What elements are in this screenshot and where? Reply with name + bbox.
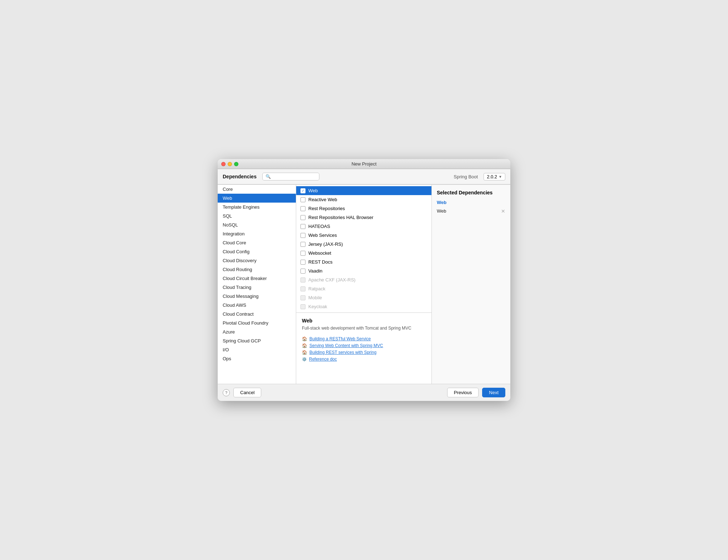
dep-item-keycloak: Keycloak <box>296 302 431 311</box>
sidebar-item-cloud-core[interactable]: Cloud Core <box>218 238 296 247</box>
chevron-down-icon: ▼ <box>499 175 502 179</box>
spring-boot-version-dropdown[interactable]: 2.0.2 ▼ <box>484 173 505 180</box>
dep-checkbox-jersey[interactable] <box>300 242 305 247</box>
left-panel: Core Web Template Engines SQL NoSQL Inte… <box>218 185 296 384</box>
search-icon: 🔍 <box>266 174 271 179</box>
dep-label-keycloak: Keycloak <box>308 304 327 309</box>
bottom-bar: ? Cancel Previous Next <box>218 384 510 401</box>
dep-item-jersey[interactable]: Jersey (JAX-RS) <box>296 240 431 249</box>
sidebar-item-core[interactable]: Core <box>218 185 296 194</box>
dep-item-web[interactable]: ✓ Web <box>296 186 431 195</box>
link-building-rest[interactable]: Building REST services with Spring <box>309 350 376 355</box>
dep-checkbox-hateoas[interactable] <box>300 224 305 229</box>
spring-boot-label: Spring Boot <box>454 174 478 179</box>
selected-dependencies-title: Selected Dependencies <box>437 190 505 195</box>
dep-checkbox-rest-repositories-hal[interactable] <box>300 215 305 220</box>
dep-label-websocket: Websocket <box>308 250 331 256</box>
sidebar-item-io[interactable]: I/O <box>218 345 296 354</box>
previous-button[interactable]: Previous <box>447 388 479 397</box>
detail-title: Web <box>302 318 426 324</box>
sidebar-item-azure[interactable]: Azure <box>218 327 296 336</box>
dep-item-websocket[interactable]: Websocket <box>296 249 431 258</box>
dep-item-reactive-web[interactable]: Reactive Web <box>296 195 431 204</box>
top-bar: Dependencies 🔍 Spring Boot 2.0.2 ▼ <box>218 169 510 184</box>
dependency-checkbox-list: ✓ Web Reactive Web Rest Repositories Res… <box>296 185 431 312</box>
dep-checkbox-rest-docs[interactable] <box>300 260 305 265</box>
sidebar-item-spring-cloud-gcp[interactable]: Spring Cloud GCP <box>218 336 296 345</box>
sidebar-item-cloud-routing[interactable]: Cloud Routing <box>218 265 296 274</box>
traffic-lights <box>221 162 238 166</box>
search-input[interactable] <box>272 174 316 179</box>
guide-icon-building-restful: 🏠 <box>302 336 307 341</box>
main-area: Core Web Template Engines SQL NoSQL Inte… <box>218 184 510 384</box>
titlebar: New Project <box>218 159 510 169</box>
dep-item-web-services[interactable]: Web Services <box>296 231 431 240</box>
help-label: ? <box>225 391 227 395</box>
dep-checkbox-mobile <box>300 295 305 300</box>
dep-label-apache-cxf: Apache CXF (JAX-RS) <box>308 277 355 282</box>
dep-item-hateoas[interactable]: HATEOAS <box>296 222 431 231</box>
dep-checkbox-web[interactable]: ✓ <box>300 188 305 193</box>
dep-checkbox-apache-cxf <box>300 278 305 282</box>
dep-checkbox-vaadin[interactable] <box>300 269 305 274</box>
detail-panel: Web Full-stack web development with Tomc… <box>296 312 431 384</box>
search-box[interactable]: 🔍 <box>262 173 319 180</box>
dependencies-label: Dependencies <box>223 174 257 179</box>
dep-checkbox-keycloak <box>300 304 305 309</box>
dep-checkbox-ratpack <box>300 286 305 291</box>
sidebar-item-template-engines[interactable]: Template Engines <box>218 203 296 212</box>
spring-boot-version-value: 2.0.2 <box>487 174 497 179</box>
sidebar-item-web[interactable]: Web <box>218 194 296 203</box>
sidebar-item-nosql[interactable]: NoSQL <box>218 220 296 229</box>
sidebar-item-cloud-aws[interactable]: Cloud AWS <box>218 301 296 310</box>
content-area: Dependencies 🔍 Spring Boot 2.0.2 ▼ Core … <box>218 169 510 401</box>
dep-item-rest-docs[interactable]: REST Docs <box>296 258 431 266</box>
dep-checkbox-websocket[interactable] <box>300 251 305 256</box>
guide-icon-building-rest: 🏠 <box>302 350 307 355</box>
sidebar-item-cloud-discovery[interactable]: Cloud Discovery <box>218 256 296 265</box>
close-button[interactable] <box>221 162 226 166</box>
minimize-button[interactable] <box>228 162 232 166</box>
remove-dep-web-button[interactable]: ✕ <box>501 209 505 214</box>
middle-panel: ✓ Web Reactive Web Rest Repositories Res… <box>296 185 432 384</box>
dep-checkbox-reactive-web[interactable] <box>300 197 305 202</box>
dep-label-hateoas: HATEOAS <box>308 224 330 229</box>
dep-label-jersey: Jersey (JAX-RS) <box>308 241 343 247</box>
selected-dep-item-web: Web ✕ <box>437 207 505 215</box>
dep-label-rest-repositories-hal: Rest Repositories HAL Browser <box>308 215 373 220</box>
dep-label-mobile: Mobile <box>308 295 322 300</box>
sidebar-item-cloud-contract[interactable]: Cloud Contract <box>218 310 296 319</box>
dep-label-ratpack: Ratpack <box>308 286 325 291</box>
dep-item-vaadin[interactable]: Vaadin <box>296 266 431 275</box>
dep-item-ratpack: Ratpack <box>296 284 431 293</box>
dep-label-web: Web <box>308 188 318 193</box>
sidebar-item-integration[interactable]: Integration <box>218 229 296 238</box>
dep-checkbox-rest-repositories[interactable] <box>300 206 305 211</box>
sidebar-item-cloud-circuit-breaker[interactable]: Cloud Circuit Breaker <box>218 274 296 283</box>
dep-checkbox-web-services[interactable] <box>300 233 305 238</box>
selected-dep-section-web: Web <box>437 200 505 205</box>
sidebar-item-sql[interactable]: SQL <box>218 212 296 220</box>
sidebar-item-cloud-tracing[interactable]: Cloud Tracing <box>218 283 296 292</box>
dep-label-rest-docs: REST Docs <box>308 259 333 265</box>
main-window: New Project Dependencies 🔍 Spring Boot 2… <box>218 159 510 401</box>
cancel-button[interactable]: Cancel <box>233 388 261 397</box>
link-building-restful[interactable]: Building a RESTful Web Service <box>309 336 371 341</box>
sidebar-item-pivotal-cloud-foundry[interactable]: Pivotal Cloud Foundry <box>218 319 296 327</box>
dep-item-rest-repositories-hal[interactable]: Rest Repositories HAL Browser <box>296 213 431 222</box>
maximize-button[interactable] <box>234 162 238 166</box>
sidebar-item-cloud-messaging[interactable]: Cloud Messaging <box>218 292 296 301</box>
sidebar-item-ops[interactable]: Ops <box>218 354 296 363</box>
link-row-serving-web: 🏠 Serving Web Content with Spring MVC <box>302 343 426 348</box>
link-reference-doc[interactable]: Reference doc <box>309 357 337 362</box>
dep-item-rest-repositories[interactable]: Rest Repositories <box>296 204 431 213</box>
guide-icon-serving-web: 🏠 <box>302 343 307 348</box>
selected-dep-name-web: Web <box>437 208 446 214</box>
help-button[interactable]: ? <box>223 389 230 396</box>
next-button[interactable]: Next <box>482 388 505 397</box>
dep-item-apache-cxf: Apache CXF (JAX-RS) <box>296 275 431 284</box>
dep-label-web-services: Web Services <box>308 233 337 238</box>
link-serving-web[interactable]: Serving Web Content with Spring MVC <box>309 343 383 348</box>
sidebar-item-cloud-config[interactable]: Cloud Config <box>218 247 296 256</box>
detail-description: Full-stack web development with Tomcat a… <box>302 326 426 331</box>
